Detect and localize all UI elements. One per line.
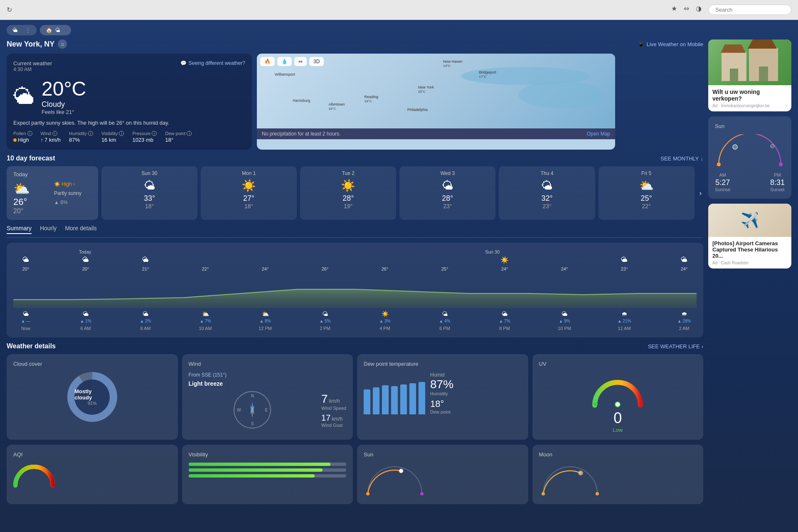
see-monthly-button[interactable]: SEE MONTHLY ↓ xyxy=(660,155,703,162)
forecast-icon-sun30: 🌤 xyxy=(106,179,192,192)
chart-icon-1: 🌥 xyxy=(73,256,98,264)
chart-icon-7 xyxy=(432,256,457,264)
chart-day-labels: Today Sun 30 xyxy=(13,249,697,254)
visibility-value: 16 km xyxy=(101,137,116,143)
open-map-link[interactable]: Open Map xyxy=(587,131,610,137)
chart-icon-8: ☀️ xyxy=(492,256,517,264)
sun-arc-svg xyxy=(715,134,785,167)
cloud-cover-card: Cloud cover Mostly cloudy 91% xyxy=(7,354,178,440)
map-label-bridgeport: Bridgeport17°C xyxy=(479,70,496,79)
forecast-arrow[interactable]: › xyxy=(698,166,703,220)
chart-sun30-label: Sun 30 xyxy=(485,249,500,254)
aqi-card: AQI xyxy=(7,445,178,504)
time-label-11: 2 AM xyxy=(672,326,697,331)
rain-icon-5: 🌤 xyxy=(313,310,337,317)
vis-bar-fill-1 xyxy=(189,463,331,466)
rain-icon-3: ⛅ xyxy=(193,310,218,317)
browser-chrome: ↻ ★ ⇔ ◑ xyxy=(0,0,798,20)
ad-houses xyxy=(718,40,781,84)
weather-details-section: Weather details SEE WEATHER LIFE › Cloud… xyxy=(7,342,703,440)
svg-point-13 xyxy=(717,163,721,166)
pollen-detail: Polleni High xyxy=(13,131,32,143)
browser-search-input[interactable] xyxy=(708,5,791,15)
forecast-low-wed3: 23° xyxy=(404,203,490,209)
map-3d-btn[interactable]: 3D xyxy=(309,57,324,66)
map-fire-btn[interactable]: 🔥 xyxy=(260,57,275,66)
today-rain: ▲ 8% xyxy=(54,200,91,205)
ad-1-title: Wilt u uw woning verkopen? xyxy=(708,85,791,103)
forecast-sun30[interactable]: Sun 30 🌤 33° 18° xyxy=(101,166,197,220)
seeing-different-button[interactable]: 💬 Seeing different weather? xyxy=(180,60,245,66)
location-tab-newyork[interactable]: 🌥 ⋮ xyxy=(7,25,37,35)
map-label-philadelphia: Philadelphia xyxy=(407,108,428,112)
moon-arc-svg xyxy=(539,463,601,496)
wind-value: 7 km/h xyxy=(44,137,61,143)
live-weather-button[interactable]: 📱 Live Weather on Mobile xyxy=(638,41,703,47)
forecast-high-tue2: 28° xyxy=(305,194,391,203)
forecast-fri5[interactable]: Fri 5 ⛅ 25° 22° xyxy=(598,166,695,220)
dew-bar-1 xyxy=(364,389,370,414)
humidity-sub-label: Humidity xyxy=(430,391,453,396)
time-label-1: 6 AM xyxy=(73,326,98,331)
location-tab-brussel[interactable]: 🏠 🌤 xyxy=(40,25,71,35)
current-weather-header: Current weather 4:30 AM 💬 Seeing differe… xyxy=(13,60,245,72)
visibility-info-icon[interactable]: i xyxy=(119,131,124,136)
dewpoint-info-icon[interactable]: i xyxy=(187,131,192,136)
forecast-mon1[interactable]: Mon 1 ☀️ 27° 18° xyxy=(201,166,297,220)
refresh-icon[interactable]: ↻ xyxy=(7,6,12,14)
wind-speed-unit: km/h xyxy=(329,398,340,404)
ad-1-info-icon[interactable]: › xyxy=(786,103,787,108)
ad-2-footer: Ad · Cash Roadster xyxy=(708,261,791,268)
rain-icon-11: 🌧 xyxy=(672,310,697,317)
forecast-icon-thu4: 🌤 xyxy=(504,179,590,192)
wind-gust-label: Wind Gust xyxy=(321,423,346,428)
forecast-wed3[interactable]: Wed 3 🌤 28° 23° xyxy=(399,166,495,220)
humidity-info-icon[interactable]: i xyxy=(88,131,93,136)
wind-gust-unit: km/h xyxy=(332,416,342,422)
map-rain-btn[interactable]: 💧 xyxy=(277,57,292,66)
map-wind-btn[interactable]: ⇔ xyxy=(294,57,307,66)
favorites-icon[interactable]: ★ xyxy=(671,5,677,15)
dew-bar-4 xyxy=(391,386,398,414)
wind-speed-value: 7 xyxy=(321,392,328,406)
tab-summary[interactable]: Summary xyxy=(7,225,32,234)
ad-1-source: Ad · Immokantoorvergelijker.be xyxy=(712,103,770,108)
chart-icon-11: 🌥 xyxy=(672,256,697,264)
svg-point-9 xyxy=(399,469,403,473)
browser-action-icons[interactable]: ★ ⇔ ◑ xyxy=(671,5,791,15)
today-low-temp: 20° xyxy=(13,207,51,215)
time-label-8: 8 PM xyxy=(492,326,517,331)
see-weather-life-button[interactable]: SEE WEATHER LIFE › xyxy=(648,343,703,350)
time-label-5: 2 PM xyxy=(313,326,337,331)
weather-condition: Cloudy xyxy=(42,100,86,109)
rain-pct-4: ▲ 8% xyxy=(253,319,278,323)
map-label-reading: Reading19°C xyxy=(365,95,379,103)
ad-1-footer: Ad · Immokantoorvergelijker.be › xyxy=(708,103,791,111)
sun-arc-bottom-svg xyxy=(364,463,426,496)
location-tabs: 🌥 ⋮ 🏠 🌤 xyxy=(7,25,71,35)
map-label-newhaven: New Haven19°C xyxy=(443,59,463,68)
aqi-title: AQI xyxy=(13,451,171,458)
home-icon[interactable]: ⌂ xyxy=(58,39,67,49)
dew-bars xyxy=(364,381,425,414)
rain-icon-4: ⛅ xyxy=(253,310,278,317)
dew-bar-5 xyxy=(400,384,407,414)
pressure-info-icon[interactable]: i xyxy=(152,131,157,136)
forecast-section: 10 day forecast SEE MONTHLY ↓ Today ⛅ 26… xyxy=(7,155,703,220)
more-options-icon[interactable]: ⋮ xyxy=(25,27,31,33)
split-icon[interactable]: ⇔ xyxy=(684,5,689,15)
sun-sidebar-title: Sun xyxy=(715,123,785,129)
tab-more-details[interactable]: More details xyxy=(65,225,96,234)
tab-hourly[interactable]: Hourly xyxy=(40,225,57,234)
pollen-info-icon[interactable]: i xyxy=(27,131,32,136)
cloud-cover-label: Mostly cloudy xyxy=(74,388,110,401)
forecast-thu4[interactable]: Thu 4 🌤 32° 23° xyxy=(499,166,595,220)
forecast-tue2[interactable]: Tue 2 ☀️ 28° 19° xyxy=(300,166,396,220)
wind-info-icon[interactable]: i xyxy=(52,131,57,136)
forecast-day-name-fri5: Fri 5 xyxy=(603,170,690,176)
today-high-temp: 26° xyxy=(13,197,51,207)
mobile-icon: 📱 xyxy=(638,41,644,47)
forecast-high-wed3: 28° xyxy=(404,194,490,203)
forecast-low-mon1: 18° xyxy=(206,203,292,209)
dark-mode-icon[interactable]: ◑ xyxy=(696,5,702,15)
